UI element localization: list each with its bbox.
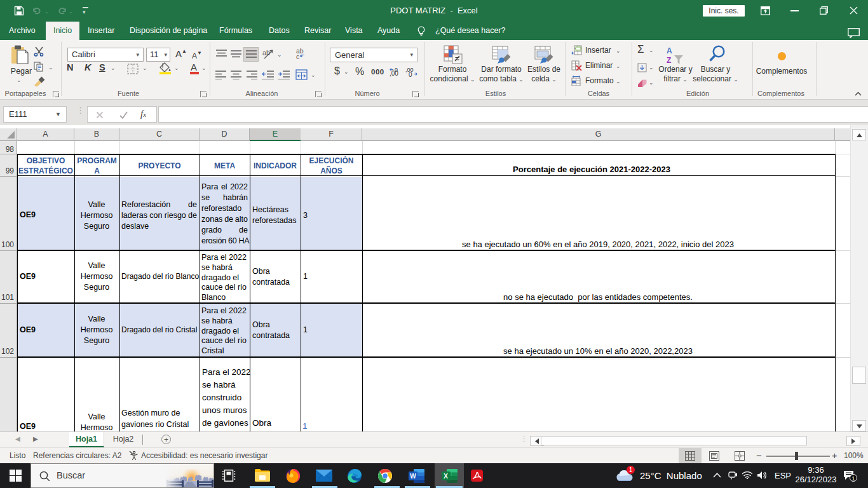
svg-text:ab: ab [262, 49, 270, 57]
svg-text:X: X [444, 472, 448, 480]
svg-text:0: 0 [395, 67, 398, 73]
svg-text:A: A [667, 46, 672, 55]
svg-text:W: W [410, 473, 416, 480]
svg-text:0: 0 [409, 71, 412, 78]
svg-text:Z: Z [667, 56, 671, 65]
svg-text:c: c [296, 53, 299, 60]
